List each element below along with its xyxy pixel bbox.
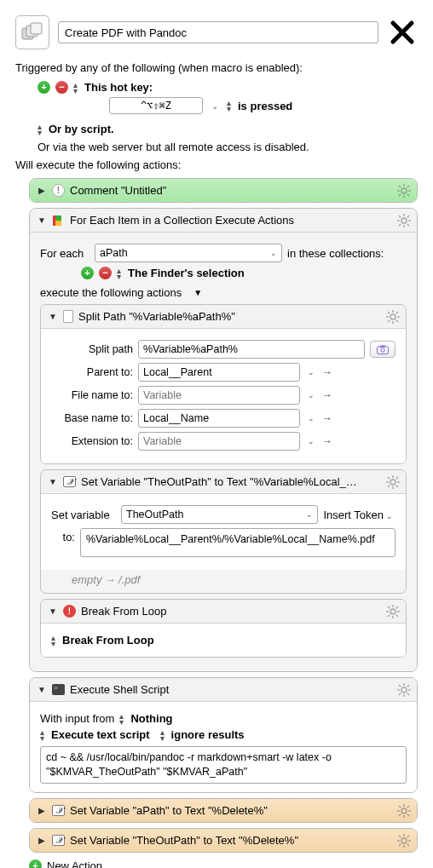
- disclosure-icon[interactable]: ▶: [37, 806, 47, 815]
- to-label: to:: [51, 528, 75, 543]
- svg-point-36: [390, 480, 395, 485]
- collection-stepper[interactable]: ▴▾: [117, 267, 121, 279]
- svg-line-68: [399, 806, 401, 808]
- gear-icon[interactable]: [396, 682, 412, 698]
- camera-button[interactable]: [370, 341, 395, 358]
- svg-line-29: [388, 312, 390, 313]
- disclosure-icon[interactable]: ▼: [37, 216, 47, 225]
- insert-token-button[interactable]: Insert Token⌄: [323, 509, 395, 521]
- svg-line-61: [407, 685, 409, 687]
- variable-name-input[interactable]: [121, 505, 318, 524]
- dropdown-icon[interactable]: ⌄: [268, 249, 280, 257]
- svg-line-11: [399, 194, 401, 196]
- disclosure-icon[interactable]: ▼: [48, 312, 58, 321]
- svg-line-23: [399, 224, 401, 226]
- arrow-icon: →: [322, 366, 332, 378]
- disclosure-icon[interactable]: ▶: [37, 186, 47, 195]
- dropdown-icon[interactable]: ⌄: [305, 414, 317, 423]
- filename-to-input[interactable]: [138, 386, 300, 405]
- break-stepper[interactable]: ▴▾: [51, 635, 55, 647]
- svg-point-72: [401, 838, 407, 843]
- gear-icon[interactable]: [396, 183, 412, 198]
- gear-icon[interactable]: [396, 803, 412, 819]
- svg-line-43: [396, 477, 398, 479]
- gear-icon[interactable]: [385, 604, 401, 619]
- exec-stepper[interactable]: ▴▾: [40, 729, 44, 741]
- extension-to-label: Extension to:: [51, 435, 133, 447]
- shell-script-input[interactable]: cd ~ && /usr/local/bin/pandoc -r markdow…: [40, 746, 407, 784]
- comment-title: Comment "Untitled": [70, 184, 166, 197]
- execute-label: Will execute the following actions:: [15, 158, 418, 171]
- dropdown-icon[interactable]: ⌄: [303, 510, 315, 519]
- hotkey-condition-stepper[interactable]: ▴▾: [227, 100, 231, 112]
- svg-point-34: [381, 348, 384, 351]
- add-trigger-button[interactable]: +: [38, 81, 50, 94]
- splitpath-header[interactable]: ▼ Split Path "%Variable%aPath%": [41, 305, 406, 328]
- svg-rect-33: [378, 347, 389, 354]
- foreach-header[interactable]: ▼ For Each Item in a Collection Execute …: [30, 209, 417, 232]
- ignore-label: ignore results: [171, 728, 245, 741]
- parent-to-input[interactable]: [138, 363, 300, 382]
- svg-point-15: [401, 218, 407, 223]
- trigger-stepper[interactable]: ▴▾: [73, 82, 78, 94]
- setvar-title: Set Variable "TheOutPath" to Text "%Vari…: [81, 475, 357, 488]
- extension-to-input[interactable]: [138, 432, 300, 451]
- setvar-apath-title: Set Variable "aPath" to Text "%Delete%": [70, 804, 268, 817]
- dropdown-icon[interactable]: ⌄: [305, 391, 317, 400]
- gear-icon[interactable]: [385, 474, 401, 490]
- disclosure-icon[interactable]: ▼: [37, 685, 47, 694]
- setvar-header[interactable]: ▼ 𝒳 Set Variable "TheOutPath" to Text "%…: [41, 470, 406, 493]
- foreach-variable-input[interactable]: [95, 244, 282, 262]
- loop-icon: [52, 215, 65, 226]
- empty-hint-a: empty: [72, 573, 101, 586]
- input-stepper[interactable]: ▴▾: [119, 713, 124, 725]
- svg-line-10: [407, 186, 409, 187]
- remove-trigger-button[interactable]: −: [55, 81, 68, 94]
- filename-to-label: File name to:: [51, 389, 133, 401]
- break-header[interactable]: ▼ ! Break From Loop: [41, 600, 406, 623]
- svg-line-41: [388, 477, 390, 479]
- dropdown-icon[interactable]: ⌄: [305, 368, 317, 377]
- remove-collection-button[interactable]: −: [99, 267, 112, 279]
- svg-line-20: [399, 216, 401, 217]
- new-action-add-button[interactable]: +: [29, 859, 42, 868]
- comment-action-header[interactable]: ▶ ! Comment "Untitled": [30, 179, 417, 202]
- gear-icon[interactable]: [385, 309, 401, 325]
- variable-icon: 𝒳: [52, 805, 65, 816]
- variable-value-input[interactable]: %Variable%Local__Parent%/%Variable%Local…: [80, 528, 395, 557]
- disclosure-icon[interactable]: ▶: [37, 836, 47, 845]
- shell-header[interactable]: ▼ Execute Shell Script: [30, 678, 417, 701]
- svg-line-79: [407, 836, 409, 837]
- svg-point-54: [401, 687, 407, 693]
- setvar-apath-header[interactable]: ▶ 𝒳 Set Variable "aPath" to Text "%Delet…: [30, 799, 417, 822]
- close-button[interactable]: [387, 17, 418, 48]
- setvar-outpath-header[interactable]: ▶ 𝒳 Set Variable "TheOutPath" to Text "%…: [30, 829, 417, 852]
- add-collection-button[interactable]: +: [81, 267, 94, 279]
- disclosure-icon[interactable]: ▼: [48, 477, 58, 486]
- webserver-note: Or via the web server but all remote acc…: [15, 141, 418, 153]
- script-stepper[interactable]: ▴▾: [38, 124, 42, 135]
- svg-line-8: [399, 186, 401, 187]
- basename-to-input[interactable]: [138, 409, 300, 428]
- exec-label: Execute text script: [51, 728, 150, 741]
- hotkey-display[interactable]: ^⌥⇧⌘Z: [109, 97, 203, 114]
- arrow-icon: →: [322, 389, 332, 401]
- gear-icon[interactable]: [396, 213, 412, 228]
- dropdown-icon[interactable]: ⌄: [305, 437, 317, 445]
- break-title: Break From Loop: [81, 605, 166, 618]
- split-path-input[interactable]: [138, 340, 365, 359]
- foreach-title: For Each Item in a Collection Execute Ac…: [70, 214, 294, 227]
- ignore-stepper[interactable]: ▴▾: [160, 729, 165, 741]
- execute-actions-label: execute the following actions: [40, 286, 182, 299]
- disclosure-icon[interactable]: ▼: [193, 288, 202, 297]
- triggered-label: Triggered by any of the following (when …: [15, 61, 418, 74]
- script-trigger-label: Or by script.: [49, 123, 114, 135]
- arrow-icon: →: [322, 412, 332, 424]
- disclosure-icon[interactable]: ▼: [48, 606, 58, 616]
- hotkey-menu-icon[interactable]: ⌄: [211, 101, 218, 111]
- svg-point-3: [401, 188, 407, 193]
- arrow-icon: →: [322, 435, 332, 447]
- svg-line-59: [399, 685, 401, 687]
- gear-icon[interactable]: [396, 833, 412, 848]
- macro-title-input[interactable]: [58, 21, 378, 43]
